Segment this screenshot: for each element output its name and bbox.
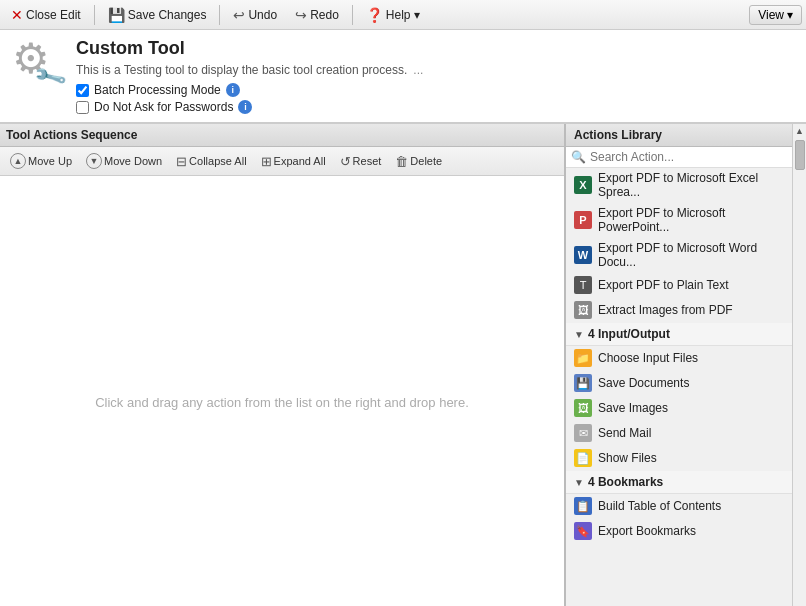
list-item[interactable]: P Export PDF to Microsoft PowerPoint... bbox=[566, 203, 792, 238]
close-edit-label: Close Edit bbox=[26, 8, 81, 22]
do-not-ask-info-icon[interactable]: i bbox=[238, 100, 252, 114]
sequence-toolbar: ▲ Move Up ▼ Move Down ⊟ Collapse All ⊞ E… bbox=[0, 147, 564, 176]
tool-desc-text: This is a Testing tool to display the ba… bbox=[76, 63, 407, 77]
help-icon: ❓ bbox=[366, 7, 383, 23]
files-icon: 📄 bbox=[574, 449, 592, 467]
list-item[interactable]: 🖼 Save Images bbox=[566, 396, 792, 421]
do-not-ask-option[interactable]: Do Not Ask for Passwords i bbox=[76, 100, 794, 114]
right-panel: Actions Library 🔍 X Export PDF to Micros… bbox=[566, 124, 806, 606]
right-panel-inner: Actions Library 🔍 X Export PDF to Micros… bbox=[566, 124, 792, 606]
batch-info-icon[interactable]: i bbox=[226, 83, 240, 97]
list-item[interactable]: 📋 Build Table of Contents bbox=[566, 494, 792, 519]
action-label: Export PDF to Microsoft PowerPoint... bbox=[598, 206, 784, 234]
save-changes-label: Save Changes bbox=[128, 8, 207, 22]
collapse-all-button[interactable]: ⊟ Collapse All bbox=[170, 151, 252, 172]
action-label: Export PDF to Plain Text bbox=[598, 278, 729, 292]
list-item[interactable]: 💾 Save Documents bbox=[566, 371, 792, 396]
list-item[interactable]: X Export PDF to Microsoft Excel Sprea... bbox=[566, 168, 792, 203]
tool-info: Custom Tool This is a Testing tool to di… bbox=[76, 38, 794, 114]
separator-2 bbox=[219, 5, 220, 25]
action-label: Choose Input Files bbox=[598, 351, 698, 365]
right-scrollbar: ▲ ▼ bbox=[792, 124, 806, 606]
excel-icon: X bbox=[574, 176, 592, 194]
separator-1 bbox=[94, 5, 95, 25]
drop-zone[interactable]: Click and drag any action from the list … bbox=[0, 176, 564, 606]
action-label: Extract Images from PDF bbox=[598, 303, 733, 317]
tool-header: ⚙ 🔧 Custom Tool This is a Testing tool t… bbox=[0, 30, 806, 123]
text-icon: T bbox=[574, 276, 592, 294]
mail-icon: ✉ bbox=[574, 424, 592, 442]
scroll-up-arrow[interactable]: ▲ bbox=[795, 124, 804, 138]
list-item[interactable]: 📁 Choose Input Files bbox=[566, 346, 792, 371]
right-panel-title: Actions Library bbox=[574, 128, 662, 142]
undo-button[interactable]: ↩ Undo bbox=[226, 4, 284, 26]
action-label: Export PDF to Microsoft Excel Sprea... bbox=[598, 171, 784, 199]
help-button[interactable]: ❓ Help ▾ bbox=[359, 4, 427, 26]
action-label: Build Table of Contents bbox=[598, 499, 721, 513]
batch-processing-label: Batch Processing Mode bbox=[94, 83, 221, 97]
list-item[interactable]: ✉ Send Mail bbox=[566, 421, 792, 446]
tool-desc-more[interactable]: ... bbox=[413, 63, 423, 77]
word-icon: W bbox=[574, 246, 592, 264]
left-panel: Tool Actions Sequence ▲ Move Up ▼ Move D… bbox=[0, 124, 566, 606]
do-not-ask-checkbox[interactable] bbox=[76, 101, 89, 114]
save-icon: 💾 bbox=[108, 7, 125, 23]
save-changes-button[interactable]: 💾 Save Changes bbox=[101, 4, 214, 26]
search-input[interactable] bbox=[590, 150, 787, 164]
undo-icon: ↩ bbox=[233, 7, 245, 23]
batch-processing-option[interactable]: Batch Processing Mode i bbox=[76, 83, 794, 97]
drop-hint: Click and drag any action from the list … bbox=[95, 395, 469, 410]
tool-description: This is a Testing tool to display the ba… bbox=[76, 63, 794, 77]
tool-icon-container: ⚙ 🔧 bbox=[12, 38, 64, 90]
list-item[interactable]: W Export PDF to Microsoft Word Docu... bbox=[566, 238, 792, 273]
reset-icon: ↺ bbox=[340, 154, 351, 169]
main-area: Tool Actions Sequence ▲ Move Up ▼ Move D… bbox=[0, 123, 806, 606]
action-label: Save Images bbox=[598, 401, 668, 415]
list-item[interactable]: 🔖 Export Bookmarks bbox=[566, 519, 792, 544]
list-item[interactable]: 📄 Show Files bbox=[566, 446, 792, 471]
section-collapse-icon: ▼ bbox=[574, 477, 584, 488]
redo-button[interactable]: ↪ Redo bbox=[288, 4, 346, 26]
delete-button[interactable]: 🗑 Delete bbox=[389, 151, 448, 172]
save-img-icon: 🖼 bbox=[574, 399, 592, 417]
move-down-button[interactable]: ▼ Move Down bbox=[80, 150, 168, 172]
do-not-ask-label: Do Not Ask for Passwords bbox=[94, 100, 233, 114]
separator-3 bbox=[352, 5, 353, 25]
search-bar: 🔍 bbox=[566, 147, 792, 168]
img-icon: 🖼 bbox=[574, 301, 592, 319]
redo-label: Redo bbox=[310, 8, 339, 22]
actions-list: X Export PDF to Microsoft Excel Sprea...… bbox=[566, 168, 792, 606]
close-edit-button[interactable]: ✕ Close Edit bbox=[4, 4, 88, 26]
move-up-button[interactable]: ▲ Move Up bbox=[4, 150, 78, 172]
help-label: Help bbox=[386, 8, 411, 22]
list-item[interactable]: 🖼 Extract Images from PDF bbox=[566, 298, 792, 323]
left-panel-title: Tool Actions Sequence bbox=[6, 128, 137, 142]
list-item[interactable]: T Export PDF to Plain Text bbox=[566, 273, 792, 298]
ppt-icon: P bbox=[574, 211, 592, 229]
move-down-label: Move Down bbox=[104, 155, 162, 167]
bookmark-icon: 🔖 bbox=[574, 522, 592, 540]
section-header-input-output[interactable]: ▼ 4 Input/Output bbox=[566, 323, 792, 346]
tool-title: Custom Tool bbox=[76, 38, 794, 59]
section-label: 4 Bookmarks bbox=[588, 475, 663, 489]
toc-icon: 📋 bbox=[574, 497, 592, 515]
right-panel-header: Actions Library bbox=[566, 124, 792, 147]
action-label: Export PDF to Microsoft Word Docu... bbox=[598, 241, 784, 269]
section-header-bookmarks[interactable]: ▼ 4 Bookmarks bbox=[566, 471, 792, 494]
reset-button[interactable]: ↺ Reset bbox=[334, 151, 388, 172]
main-toolbar: ✕ Close Edit 💾 Save Changes ↩ Undo ↪ Red… bbox=[0, 0, 806, 30]
help-dropdown-icon: ▾ bbox=[414, 8, 420, 22]
scroll-thumb[interactable] bbox=[795, 140, 805, 170]
delete-icon: 🗑 bbox=[395, 154, 408, 169]
batch-processing-checkbox[interactable] bbox=[76, 84, 89, 97]
view-button[interactable]: View ▾ bbox=[749, 5, 802, 25]
redo-icon: ↪ bbox=[295, 7, 307, 23]
close-icon: ✕ bbox=[11, 7, 23, 23]
undo-label: Undo bbox=[248, 8, 277, 22]
section-collapse-icon: ▼ bbox=[574, 329, 584, 340]
expand-all-button[interactable]: ⊞ Expand All bbox=[255, 151, 332, 172]
save-doc-icon: 💾 bbox=[574, 374, 592, 392]
tool-options: Batch Processing Mode i Do Not Ask for P… bbox=[76, 83, 794, 114]
delete-label: Delete bbox=[410, 155, 442, 167]
folder-icon: 📁 bbox=[574, 349, 592, 367]
